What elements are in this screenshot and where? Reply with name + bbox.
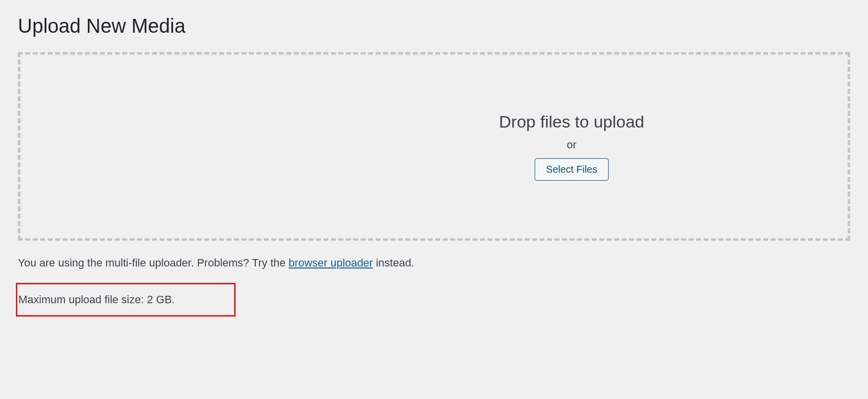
page-title: Upload New Media: [18, 15, 850, 37]
uploader-info-text: You are using the multi-file uploader. P…: [18, 255, 850, 271]
max-upload-size-text: Maximum upload file size: 2 GB.: [18, 293, 175, 306]
uploader-info-pre: You are using the multi-file uploader. P…: [18, 257, 289, 269]
drop-zone-inner: Drop files to upload or Select Files: [499, 112, 644, 181]
file-drop-zone[interactable]: Drop files to upload or Select Files: [18, 52, 850, 241]
select-files-button[interactable]: Select Files: [535, 158, 609, 181]
max-upload-highlight: Maximum upload file size: 2 GB.: [16, 283, 236, 317]
browser-uploader-link[interactable]: browser uploader: [289, 257, 373, 269]
drop-or-text: or: [567, 138, 577, 151]
uploader-info-post: instead.: [373, 257, 414, 269]
drop-heading: Drop files to upload: [499, 112, 644, 132]
